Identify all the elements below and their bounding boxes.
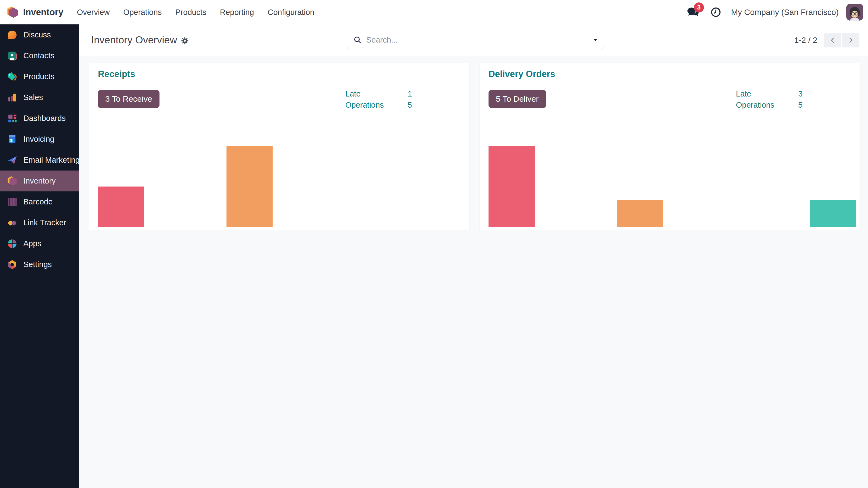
chevron-left-icon [828,36,837,44]
messages-count-badge: 3 [694,2,704,12]
messages-button[interactable]: 3 [685,5,701,20]
receipts-chart [98,145,467,227]
main-area: Inventory Overview 1-2 / 2 Receipts [79,24,868,488]
sidebar-item[interactable]: Barcode [0,191,79,212]
control-panel: Inventory Overview 1-2 / 2 [79,24,868,56]
navbar-menu-item[interactable]: Products [169,5,212,20]
settings-gear-icon[interactable] [181,37,189,45]
delivery-orders-card: Delivery Orders 5 To Deliver Late 3 Oper… [479,63,860,230]
sidebar-item[interactable]: Dashboards [0,108,79,129]
navbar-menu-item[interactable]: Operations [117,5,167,20]
pager-next-button[interactable] [842,33,859,47]
apps-sidebar: Discuss Contacts Products Sales Dashboar… [0,24,79,488]
sidebar-item[interactable]: Apps [0,233,79,254]
card-title-delivery-orders[interactable]: Delivery Orders [489,69,555,79]
sidebar-item[interactable]: Invoicing [0,129,79,150]
sidebar-item-label: Sales [23,93,43,102]
stat-label: Operations [345,101,384,109]
caret-down-icon [592,37,598,43]
sidebar-item[interactable]: Discuss [0,24,79,45]
stat-row[interactable]: Operations 5 [345,99,412,110]
email-marketing-app-icon [7,155,18,165]
stat-label: Operations [736,101,774,109]
sidebar-item[interactable]: Settings [0,254,79,275]
link-tracker-app-icon [7,218,18,228]
search-dropdown-toggle[interactable] [587,31,604,49]
dashboard-cards: Receipts 3 To Receive Late 1 Operations … [79,56,868,230]
sidebar-item[interactable]: Products [0,66,79,87]
chart-bar-upcoming-2[interactable] [810,200,856,227]
search-icon [353,35,362,44]
discuss-app-icon [7,30,18,40]
activities-button[interactable] [708,5,723,20]
sidebar-item-label: Barcode [23,197,53,206]
sales-app-icon [7,93,18,103]
sidebar-item-label: Link Tracker [23,218,66,227]
contacts-app-icon [7,51,18,61]
sidebar-item-label: Apps [23,239,41,248]
apps-app-icon [7,238,18,249]
company-switcher[interactable]: My Company (San Francisco) [731,8,839,17]
delivery-orders-chart [489,145,858,227]
sidebar-item[interactable]: Inventory [0,170,79,191]
sidebar-item-label: Discuss [23,30,51,39]
to-deliver-button[interactable]: 5 To Deliver [489,90,546,108]
delivery-stats: Late 3 Operations 5 [736,88,803,110]
barcode-app-icon [7,197,18,207]
sidebar-item-label: Dashboards [23,114,66,123]
stat-value: 3 [798,90,803,98]
settings-app-icon [7,259,18,270]
products-app-icon [7,72,18,82]
search-input[interactable] [366,35,587,45]
sidebar-item[interactable]: Link Tracker [0,212,79,233]
stat-row[interactable]: Late 3 [736,88,803,99]
top-navbar: Inventory OverviewOperationsProductsRepo… [0,0,868,24]
stat-row[interactable]: Operations 5 [736,99,803,110]
receipts-card: Receipts 3 To Receive Late 1 Operations … [89,63,470,230]
invoicing-app-icon [7,134,18,144]
stat-value: 5 [408,101,412,109]
navbar-menu-item[interactable]: Reporting [214,5,260,20]
app-switcher[interactable]: Inventory [0,6,63,19]
stat-label: Late [345,90,361,98]
chart-bar-upcoming-1[interactable] [226,146,273,227]
sidebar-item[interactable]: Sales [0,87,79,108]
sidebar-item-label: Invoicing [23,135,54,144]
navbar-menu-item[interactable]: Configuration [261,5,320,20]
sidebar-item[interactable]: Email Marketing [0,150,79,170]
chart-bar-late[interactable] [98,187,144,227]
sidebar-item-label: Contacts [23,51,54,60]
stat-label: Late [736,90,751,98]
sidebar-item-label: Settings [23,260,52,269]
to-receive-button[interactable]: 3 To Receive [98,90,159,108]
pager-previous-button[interactable] [824,33,841,47]
card-title-receipts[interactable]: Receipts [98,69,135,79]
sidebar-item-label: Email Marketing [23,156,80,165]
search-bar[interactable] [347,31,604,49]
avatar[interactable] [846,4,863,21]
pager-range: 1-2 / 2 [794,35,817,45]
inventory-app-icon [7,176,18,186]
navbar-menu-item[interactable]: Overview [71,5,116,20]
sidebar-item-label: Products [23,72,54,81]
stat-value: 1 [408,90,412,98]
clock-icon [711,7,721,18]
navbar-systray: 3 My Company (San Francisco) [685,4,868,21]
chevron-right-icon [846,36,855,44]
dashboards-app-icon [7,113,18,124]
pager: 1-2 / 2 [794,24,859,56]
sidebar-item[interactable]: Contacts [0,45,79,66]
app-name: Inventory [23,7,63,18]
inventory-app-logo-icon [6,6,19,19]
chart-bar-upcoming-1[interactable] [617,200,663,227]
page-title: Inventory Overview [91,34,177,46]
sidebar-item-label: Inventory [23,176,56,186]
receipts-stats: Late 1 Operations 5 [345,88,412,110]
chart-bar-late[interactable] [489,146,535,227]
stat-value: 5 [798,101,803,109]
user-avatar-image [846,4,863,21]
navbar-menu: OverviewOperationsProductsReportingConfi… [71,5,320,20]
stat-row[interactable]: Late 1 [345,88,412,99]
